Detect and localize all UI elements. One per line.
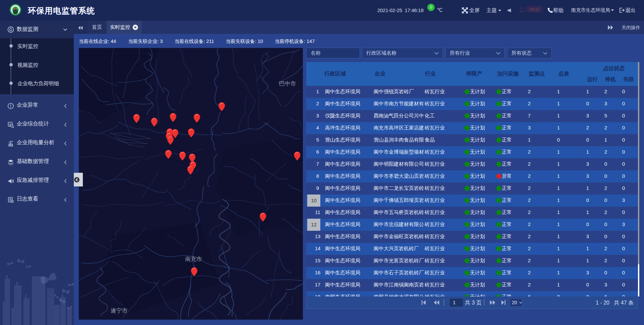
svg-text:南充市: 南充市 xyxy=(185,256,202,262)
svg-text:遂宁市: 遂宁市 xyxy=(111,308,128,314)
svg-text:巴中市: 巴中市 xyxy=(279,80,296,87)
